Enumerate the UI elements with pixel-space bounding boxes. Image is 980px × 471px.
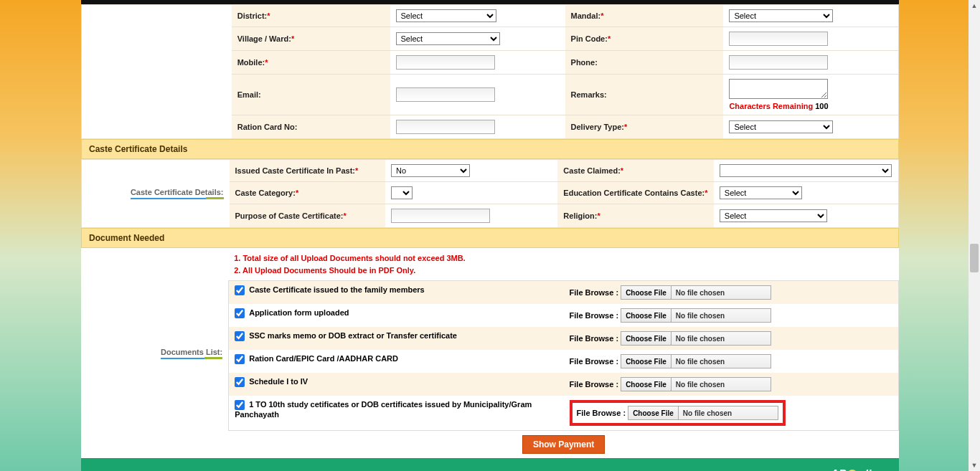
phone-label: Phone:	[571, 58, 598, 67]
show-payment-button[interactable]: Show Payment	[522, 435, 605, 454]
doc-checkbox-2[interactable]	[235, 331, 245, 341]
mandal-select[interactable]: Select	[729, 9, 833, 22]
required-mark: *	[624, 123, 627, 131]
doc-label-4: Schedule I to IV	[249, 377, 308, 386]
required-mark: *	[267, 11, 270, 20]
required-mark: *	[621, 166, 623, 175]
required-mark: *	[705, 189, 707, 197]
file-input-1[interactable]: Choose FileNo file chosen	[621, 308, 771, 323]
required-mark: *	[608, 34, 611, 43]
file-browse-label: File Browse :	[570, 288, 618, 297]
required-mark: *	[344, 211, 347, 220]
doc-label-0: Caste Certificate issued to the family m…	[249, 285, 425, 294]
docs-notes: 1. Total size of all Upload Documents sh…	[228, 248, 899, 280]
email-input[interactable]	[396, 87, 495, 102]
remarks-label: Remarks:	[571, 90, 607, 99]
remarks-textarea[interactable]	[729, 79, 828, 99]
chars-remaining: Characters Remaining 100	[729, 102, 892, 110]
village-select[interactable]: Select	[396, 32, 500, 45]
file-input-2[interactable]: Choose FileNo file chosen	[621, 331, 771, 346]
vertical-scrollbar[interactable]: ▲ ▼	[969, 0, 980, 471]
docs-section-header: Document Needed	[81, 228, 899, 248]
required-mark: *	[597, 211, 600, 220]
doc-checkbox-3[interactable]	[235, 354, 245, 364]
file-browse-label: File Browse :	[570, 357, 618, 366]
doc-label-1: Application form uploaded	[249, 308, 349, 317]
file-input-3[interactable]: Choose FileNo file chosen	[621, 354, 771, 368]
ration-label: Ration Card No:	[237, 123, 298, 131]
file-input-0[interactable]: Choose FileNo file chosen	[621, 285, 771, 300]
scroll-up-icon[interactable]: ▲	[969, 0, 980, 11]
delivery-label: Delivery Type:	[571, 123, 624, 131]
delivery-select[interactable]: Select	[729, 120, 833, 133]
email-label: Email:	[237, 90, 261, 99]
ration-input[interactable]	[396, 120, 495, 134]
file-browse-label: File Browse :	[577, 409, 626, 417]
pincode-label: Pin Code:	[571, 34, 608, 43]
edu-contains-select[interactable]: Select	[720, 186, 802, 199]
pincode-input[interactable]	[729, 32, 828, 46]
edu-contains-label: Education Certificate Contains Caste:	[563, 189, 705, 197]
issued-past-select[interactable]: No	[391, 164, 470, 177]
scroll-thumb[interactable]	[970, 244, 979, 272]
file-browse-label: File Browse :	[570, 334, 618, 343]
mobile-label: Mobile:	[237, 58, 265, 67]
caste-claimed-label: Caste Claimed:	[563, 166, 620, 175]
religion-label: Religion:	[563, 211, 597, 220]
phone-input[interactable]	[729, 55, 828, 70]
mobile-input[interactable]	[396, 55, 495, 70]
caste-category-select[interactable]	[391, 186, 413, 199]
required-mark: *	[291, 34, 294, 43]
district-label: District:	[237, 11, 268, 20]
file-browse-label: File Browse :	[570, 311, 618, 320]
doc-checkbox-1[interactable]	[235, 308, 245, 318]
required-mark: *	[265, 58, 268, 67]
doc-checkbox-0[interactable]	[235, 285, 245, 295]
file-browse-label: File Browse :	[570, 380, 618, 389]
caste-section-header: Caste Certificate Details	[81, 139, 899, 159]
highlighted-file-input: File Browse : Choose FileNo file chosen	[570, 400, 786, 426]
caste-sidebar-label: Caste Certificate Details:	[131, 188, 224, 199]
scroll-down-icon[interactable]: ▼	[969, 460, 980, 471]
main-container: District:* Select Mandal:* Select Villag…	[81, 0, 899, 458]
footer: All Rights Reserved with Director, Elect…	[81, 458, 899, 471]
doc-label-3: Ration Card/EPIC Card /AADHAR CARD	[249, 354, 398, 363]
village-label: Village / Ward:	[237, 34, 291, 43]
docs-sidebar-label: Documents List:	[161, 348, 222, 359]
required-mark: *	[600, 11, 603, 20]
doc-label-2: SSC marks memo or DOB extract or Transfe…	[249, 331, 457, 340]
aponline-logo: APnline	[830, 468, 885, 471]
purpose-input[interactable]	[391, 209, 490, 223]
doc-checkbox-4[interactable]	[235, 377, 245, 387]
purpose-label: Purpose of Caste Certificate:	[235, 211, 344, 220]
file-input-4[interactable]: Choose FileNo file chosen	[621, 377, 771, 391]
doc-label-5: 1 TO 10th study cetificates or DOB certi…	[235, 400, 532, 419]
caste-claimed-select[interactable]	[720, 164, 892, 177]
file-input-5[interactable]: Choose FileNo file chosen	[628, 406, 778, 420]
district-select[interactable]: Select	[396, 9, 496, 22]
required-mark: *	[355, 166, 358, 175]
required-mark: *	[296, 189, 298, 197]
mandal-label: Mandal:	[571, 11, 601, 20]
doc-checkbox-5[interactable]	[235, 400, 245, 410]
religion-select[interactable]: Select	[720, 209, 827, 222]
issued-past-label: Issued Caste Certificate In Past:	[235, 166, 356, 175]
caste-category-label: Caste Category:	[235, 189, 296, 197]
